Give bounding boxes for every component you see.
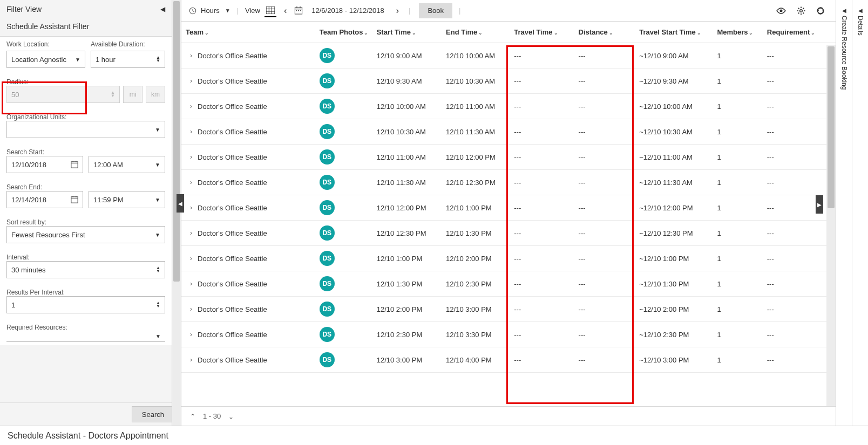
table-row[interactable]: ›Doctor's Office SeattleDS12/10 1:00 PM1…: [181, 246, 836, 271]
requirement-cell: ---: [763, 297, 836, 322]
expand-row-icon[interactable]: ›: [190, 204, 192, 211]
spinner-icon[interactable]: ▲▼: [156, 56, 160, 63]
calendar-icon[interactable]: [71, 161, 78, 168]
svg-rect-20: [296, 10, 297, 11]
team-name: Doctor's Office Seattle: [198, 305, 267, 313]
distance-cell: ---: [574, 221, 635, 246]
next-week-button[interactable]: ›: [393, 6, 402, 16]
table-row[interactable]: ›Doctor's Office SeattleDS12/10 1:30 PM1…: [181, 271, 836, 297]
right-panel-collapse-handle[interactable]: ▶: [816, 195, 823, 214]
team-name: Doctor's Office Seattle: [198, 331, 267, 339]
end-time-cell: 12/10 3:00 PM: [442, 297, 510, 322]
table-row[interactable]: ›Doctor's Office SeattleDS12/10 11:00 AM…: [181, 145, 836, 170]
org-units-dropdown[interactable]: ▼: [6, 121, 165, 138]
members-cell: 1: [713, 221, 762, 246]
collapse-left-icon[interactable]: ◀: [160, 5, 165, 13]
grid-scrollbar[interactable]: [826, 45, 836, 406]
svg-rect-3: [76, 161, 76, 162]
interval-stepper[interactable]: 30 minutes ▲▼: [6, 261, 165, 278]
calendar-icon[interactable]: [294, 6, 303, 15]
search-start-date[interactable]: 12/10/2018: [6, 156, 83, 173]
svg-rect-21: [298, 10, 299, 11]
expand-row-icon[interactable]: ›: [190, 128, 192, 135]
table-row[interactable]: ›Doctor's Office SeattleDS12/10 12:30 PM…: [181, 221, 836, 246]
pager-next-icon[interactable]: ⌃: [228, 413, 234, 420]
col-distance[interactable]: Distance⌄: [574, 22, 635, 43]
unit-km-button[interactable]: km: [146, 86, 165, 103]
svg-point-24: [800, 9, 803, 12]
details-tab[interactable]: ◀ Details: [856, 4, 865, 39]
table-row[interactable]: ›Doctor's Office SeattleDS12/10 12:00 PM…: [181, 195, 836, 221]
search-end-time-value: 11:59 PM: [93, 196, 124, 204]
expand-row-icon[interactable]: ›: [190, 255, 192, 262]
book-button[interactable]: Book: [419, 3, 452, 18]
col-team[interactable]: Team⌄: [181, 22, 315, 43]
col-start-time[interactable]: Start Time⌄: [372, 22, 442, 43]
travel-time-cell: ---: [510, 170, 574, 195]
expand-row-icon[interactable]: ›: [190, 153, 192, 161]
members-cell: 1: [713, 347, 762, 373]
pager-first-icon[interactable]: ⌃: [190, 413, 195, 420]
travel-start-cell: ~12/10 11:30 AM: [635, 170, 713, 195]
required-resources-label: Required Resources:: [6, 324, 67, 331]
expand-row-icon[interactable]: ›: [190, 280, 192, 287]
expand-row-icon[interactable]: ›: [190, 305, 192, 313]
search-end-date[interactable]: 12/14/2018: [6, 191, 83, 208]
date-range-display[interactable]: 12/6/2018 - 12/12/2018: [307, 6, 388, 15]
spinner-icon[interactable]: ▲▼: [156, 302, 160, 308]
sidebar-collapse-handle[interactable]: ◀: [177, 194, 184, 213]
expand-row-icon[interactable]: ›: [190, 52, 192, 59]
filter-view-header[interactable]: Filter View ◀: [0, 0, 172, 18]
table-row[interactable]: ›Doctor's Office SeattleDS12/10 9:30 AM1…: [181, 69, 836, 94]
table-row[interactable]: ›Doctor's Office SeattleDS12/10 10:30 AM…: [181, 119, 836, 145]
sort-dropdown[interactable]: Fewest Resources First ▼: [6, 226, 165, 243]
eye-icon[interactable]: [773, 8, 789, 14]
required-resources-dropdown[interactable]: ▼: [6, 331, 165, 342]
end-time-cell: 12/10 10:00 AM: [442, 43, 510, 69]
travel-time-cell: ---: [510, 271, 574, 297]
interval-value: 30 minutes: [11, 266, 46, 274]
unit-mi-button[interactable]: mi: [123, 86, 143, 103]
search-end-time[interactable]: 11:59 PM ▼: [89, 191, 165, 208]
table-row[interactable]: ›Doctor's Office SeattleDS12/10 2:00 PM1…: [181, 297, 836, 322]
table-row[interactable]: ›Doctor's Office SeattleDS12/10 2:30 PM1…: [181, 322, 836, 347]
table-row[interactable]: ›Doctor's Office SeattleDS12/10 9:00 AM1…: [181, 43, 836, 69]
search-start-time[interactable]: 12:00 AM ▼: [89, 156, 165, 173]
col-team-photos[interactable]: Team Photos⌄: [315, 22, 372, 43]
refresh-icon[interactable]: [813, 6, 828, 15]
start-time-cell: 12/10 2:30 PM: [372, 322, 442, 347]
sidebar-scrollbar[interactable]: [172, 0, 181, 426]
expand-row-icon[interactable]: ›: [190, 102, 192, 110]
table-row[interactable]: ›Doctor's Office SeattleDS12/10 3:00 PM1…: [181, 347, 836, 373]
spinner-icon[interactable]: ▲▼: [156, 266, 160, 273]
gear-icon[interactable]: [794, 6, 809, 15]
start-time-cell: 12/10 11:30 AM: [372, 170, 442, 195]
svg-marker-34: [822, 9, 824, 11]
spinner-icon: ▲▼: [111, 91, 115, 98]
work-location-dropdown[interactable]: Location Agnostic ▼: [6, 51, 85, 68]
expand-row-icon[interactable]: ›: [190, 229, 192, 237]
expand-row-icon[interactable]: ›: [190, 356, 192, 364]
distance-cell: ---: [574, 271, 635, 297]
calendar-icon[interactable]: [71, 196, 78, 203]
grid-view-icon[interactable]: [265, 4, 276, 17]
expand-row-icon[interactable]: ›: [190, 331, 192, 338]
table-row[interactable]: ›Doctor's Office SeattleDS12/10 11:30 AM…: [181, 170, 836, 195]
table-row[interactable]: ›Doctor's Office SeattleDS12/10 10:00 AM…: [181, 94, 836, 119]
col-members[interactable]: Members⌄: [713, 22, 762, 43]
end-time-cell: 12/10 1:00 PM: [442, 195, 510, 221]
results-per-interval-stepper[interactable]: 1 ▲▼: [6, 296, 165, 313]
available-duration-stepper[interactable]: 1 hour ▲▼: [91, 51, 165, 68]
col-end-time[interactable]: End Time⌄: [442, 22, 510, 43]
hours-dropdown[interactable]: Hours ▼: [201, 6, 230, 15]
search-button[interactable]: Search: [132, 406, 174, 422]
search-start-time-value: 12:00 AM: [93, 161, 123, 169]
create-resource-booking-tab[interactable]: ◀ Create Resource Booking: [839, 4, 849, 93]
prev-week-button[interactable]: ‹: [281, 6, 290, 16]
col-travel-start[interactable]: Travel Start Time⌄: [635, 22, 713, 43]
col-travel-time[interactable]: Travel Time⌄: [510, 22, 574, 43]
col-requirement[interactable]: Requirement⌄: [763, 22, 836, 43]
avatar: DS: [320, 99, 335, 114]
expand-row-icon[interactable]: ›: [190, 179, 192, 186]
expand-row-icon[interactable]: ›: [190, 77, 192, 85]
